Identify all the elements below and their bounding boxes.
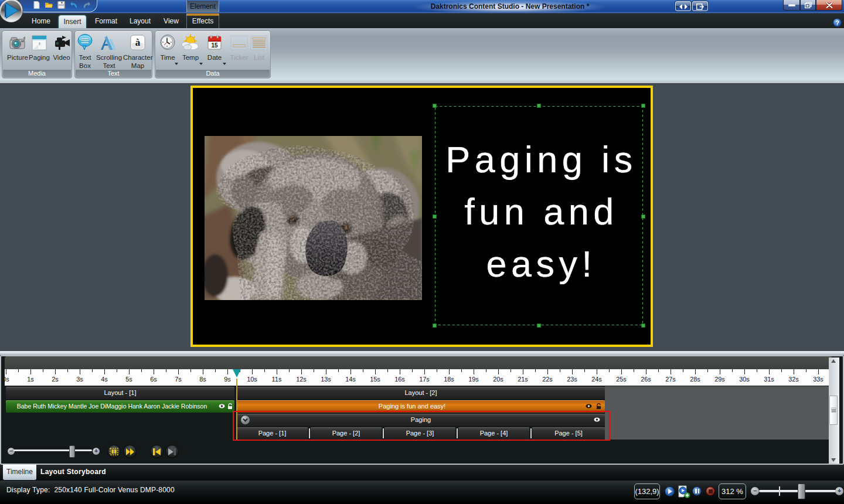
svg-text:à: à [135,37,141,48]
svg-text:15: 15 [211,42,218,49]
